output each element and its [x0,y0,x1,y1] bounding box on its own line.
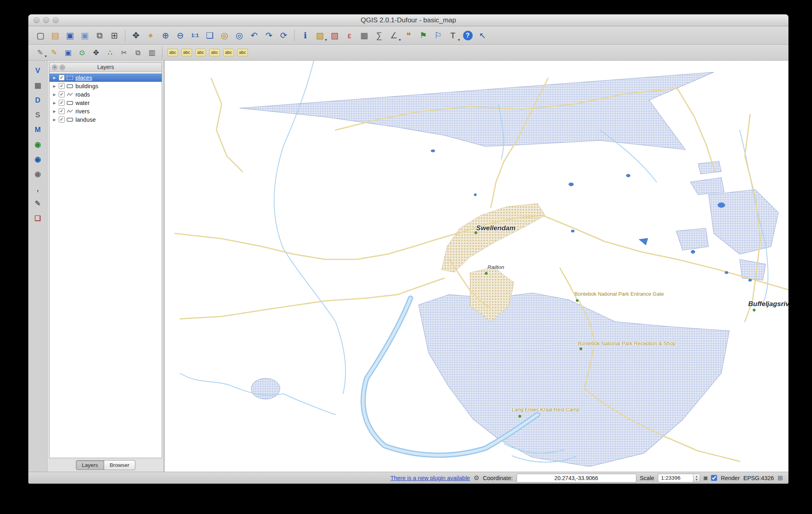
dropdown-arrow-icon[interactable]: ▾ [45,54,47,58]
add-wfs-layer-icon[interactable]: ◉ [32,153,44,165]
expand-arrow-icon[interactable]: ▶ [52,76,57,80]
add-raster-layer-icon[interactable]: ▦ [32,79,44,91]
tab-browser[interactable]: Browser [104,460,136,470]
expand-arrow-icon[interactable]: ▶ [52,109,57,113]
copy-features-icon[interactable]: ⧉ [131,46,145,59]
add-feature-icon[interactable]: ⊙ [75,46,89,59]
current-edits-icon[interactable]: ✎▾ [33,46,47,59]
change-label-properties-icon[interactable]: abc [236,46,250,59]
pan-to-selection-icon[interactable]: ⌖ [143,28,158,43]
identify-features-icon[interactable]: ℹ [298,28,313,43]
window-titlebar[interactable]: QGIS 2.0.1-Dufour - basic_map [28,14,788,26]
measure-icon[interactable]: ∠▾ [386,28,401,43]
open-attribute-table-icon[interactable]: ▦ [357,28,372,43]
add-delimited-text-layer-icon[interactable]: , [32,183,44,195]
zoom-to-layer-icon[interactable]: ◎ [232,28,247,43]
map-canvas[interactable]: SwellendamRailtonBontebok National Park … [164,61,788,472]
new-shapefile-layer-icon[interactable]: ✎ [32,198,44,210]
render-checkbox[interactable] [711,475,717,481]
layer-visibility-checkbox[interactable]: ✓ [59,83,65,89]
expand-arrow-icon[interactable]: ▶ [52,118,57,122]
add-spatialite-layer-icon[interactable]: S [32,109,44,121]
remove-layer-icon[interactable]: ❏ [32,212,44,224]
save-layer-edits-icon[interactable]: ▣ [61,46,75,59]
save-project-icon[interactable]: ▣ [63,28,77,43]
cut-features-icon[interactable]: ✂ [117,46,131,59]
refresh-map-icon[interactable]: ⟳ [276,28,291,43]
layer-visibility-checkbox[interactable]: ✓ [59,75,65,81]
save-project-as-icon[interactable]: ▣ [77,28,92,43]
move-label-icon[interactable]: abc [208,46,222,59]
close-window-button[interactable] [34,17,40,23]
zoom-next-icon[interactable]: ↷ [261,28,276,43]
help-contents-icon[interactable]: ? [460,28,475,43]
layer-visibility-checkbox[interactable]: ✓ [59,91,65,97]
new-print-composer-icon[interactable]: ⧉ [92,28,107,43]
zoom-native-icon[interactable]: 1:1 [188,28,202,43]
show-hide-labels-icon[interactable]: abc [194,46,208,59]
text-annotation-icon[interactable]: T▾ [446,28,460,43]
whats-this-icon[interactable]: ↖ [475,28,490,43]
node-tool-icon[interactable]: ∴ [103,46,117,59]
dropdown-arrow-icon[interactable]: ▾ [325,38,327,42]
close-panel-icon[interactable]: ✕ [52,65,57,70]
scale-stepper[interactable]: ▲ ▼ [693,474,700,482]
select-by-expression-icon[interactable]: ε [342,28,357,43]
new-project-icon[interactable]: ▢ [33,28,48,43]
expand-arrow-icon[interactable]: ▶ [52,93,57,97]
new-plugin-link[interactable]: There is a new plugin available [390,475,470,481]
layers-panel-header: ✕ ◇ Layers [50,63,162,72]
layer-visibility-checkbox[interactable]: ✓ [59,108,65,114]
toggle-editing-icon[interactable]: ✎ [47,46,61,59]
stepper-down-icon[interactable]: ▼ [695,478,698,481]
zoom-last-icon[interactable]: ↶ [247,28,261,43]
open-project-icon[interactable]: ▤ [48,28,63,43]
zoom-full-icon[interactable]: ❏ [202,28,217,43]
add-mssql-layer-icon[interactable]: M [32,124,44,136]
layer-item-landuse[interactable]: ▶✓landuse [50,115,162,124]
float-panel-icon[interactable]: ◇ [59,65,65,70]
zoom-to-selection-icon[interactable]: ◎ [217,28,232,43]
composer-manager-icon[interactable]: ⊞ [107,28,122,43]
stepper-up-icon[interactable]: ▲ [695,475,698,478]
zoom-out-icon[interactable]: ⊖ [173,28,188,43]
pin-labels-icon[interactable]: abc [180,46,194,59]
add-vector-layer-icon[interactable]: V [32,65,44,77]
select-features-icon[interactable]: ▧▾ [313,28,327,43]
layer-visibility-checkbox[interactable]: ✓ [59,117,65,123]
layer-item-buildings[interactable]: ▶✓buildings [50,82,162,90]
zoom-window-button[interactable] [53,17,59,23]
layer-visibility-checkbox[interactable]: ✓ [59,100,65,106]
layer-item-rivers[interactable]: ▶✓rivers [50,107,162,115]
labeling-icon[interactable]: abc [166,46,180,59]
manage-layers-toolbar: V▦DSM◉◉◉,✎❏ [28,61,48,472]
show-bookmarks-icon[interactable]: ⚐ [431,28,446,43]
field-calculator-icon[interactable]: ∑ [372,28,386,43]
add-wms-layer-icon[interactable]: ◉ [32,138,44,150]
scale-combo[interactable]: 1:23396 ▲ ▼ [658,474,700,482]
dropdown-arrow-icon[interactable]: ▾ [458,38,460,42]
minimize-window-button[interactable] [43,17,49,23]
layer-item-roads[interactable]: ▶✓roads [50,90,162,99]
rotate-label-icon[interactable]: abc [222,46,236,59]
pan-map-icon[interactable]: ✥ [129,28,143,43]
add-wcs-layer-icon[interactable]: ◉ [32,168,44,180]
paste-features-icon[interactable]: ▥ [145,46,159,59]
crs-status-icon[interactable]: ⊞ [778,475,783,481]
layer-item-water[interactable]: ▶✓water [50,99,162,107]
move-feature-icon[interactable]: ✥ [89,46,103,59]
deselect-features-icon[interactable]: ▨ [327,28,342,43]
map-tips-icon[interactable]: ❝ [401,28,416,43]
new-bookmark-icon[interactable]: ⚑ [416,28,431,43]
expand-arrow-icon[interactable]: ▶ [52,84,57,88]
stop-render-icon[interactable]: ◙ [704,475,708,481]
coordinate-input[interactable] [517,474,636,482]
tab-layers[interactable]: Layers [76,460,104,470]
layer-line-icon [67,93,73,97]
zoom-in-icon[interactable]: ⊕ [158,28,173,43]
add-postgis-layer-icon[interactable]: D [32,94,44,106]
dropdown-arrow-icon[interactable]: ▾ [399,38,401,42]
layer-item-places[interactable]: ▶✓places [50,73,162,82]
plugin-icon[interactable]: ⚙ [473,475,479,481]
expand-arrow-icon[interactable]: ▶ [52,101,57,105]
